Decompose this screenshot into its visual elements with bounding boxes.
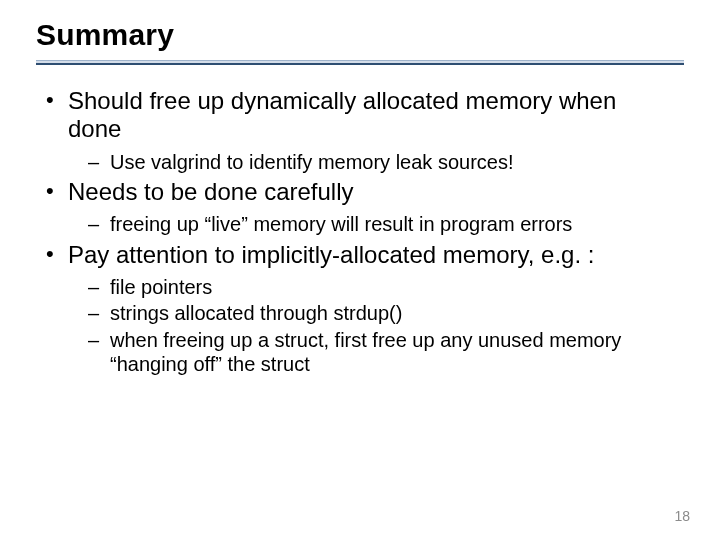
subbullet-item: file pointers: [88, 275, 676, 299]
bullet-item: Should free up dynamically allocated mem…: [44, 87, 676, 174]
subbullet-text: freeing up “live” memory will result in …: [110, 213, 572, 235]
bullet-text: Needs to be done carefully: [68, 178, 354, 205]
slide: Summary Should free up dynamically alloc…: [0, 0, 720, 540]
bullet-text: Pay attention to implicitly-allocated me…: [68, 241, 594, 268]
subbullet-item: Use valgrind to identify memory leak sou…: [88, 150, 676, 174]
subbullet-text: when freeing up a struct, first free up …: [110, 329, 621, 375]
subbullet-text: file pointers: [110, 276, 212, 298]
subbullet-item: strings allocated through strdup(): [88, 301, 676, 325]
bullet-item: Pay attention to implicitly-allocated me…: [44, 241, 676, 377]
subbullet-item: freeing up “live” memory will result in …: [88, 212, 676, 236]
subbullet-text: Use valgrind to identify memory leak sou…: [110, 151, 514, 173]
slide-title: Summary: [0, 18, 720, 52]
title-underline: [36, 60, 684, 65]
page-number: 18: [674, 508, 690, 524]
bullet-text: Should free up dynamically allocated mem…: [68, 87, 616, 142]
slide-body: Should free up dynamically allocated mem…: [0, 75, 720, 377]
subbullet-text: strings allocated through strdup(): [110, 302, 402, 324]
subbullet-item: when freeing up a struct, first free up …: [88, 328, 676, 377]
bullet-item: Needs to be done carefully freeing up “l…: [44, 178, 676, 237]
